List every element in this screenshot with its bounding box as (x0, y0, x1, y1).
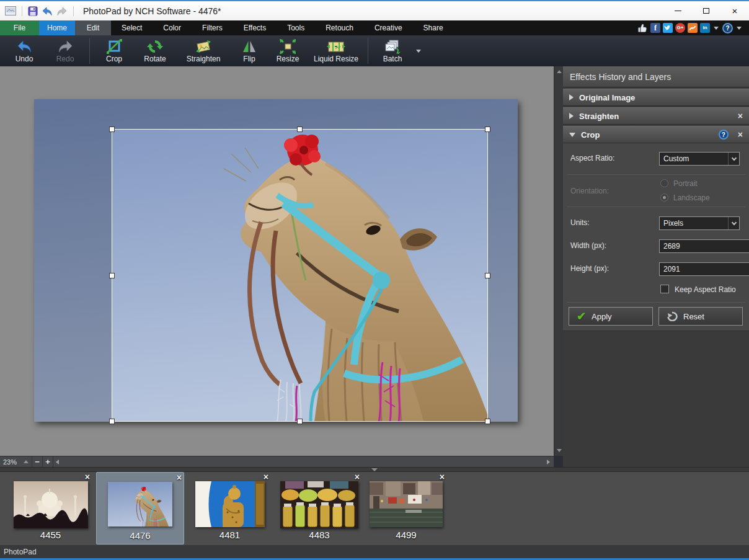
google-plus-icon[interactable]: G+ (675, 23, 685, 33)
help-icon[interactable]: ? (722, 23, 733, 33)
liquid-resize-button[interactable]: Liquid Resize (308, 37, 364, 65)
tab-file[interactable]: File (0, 20, 39, 35)
scroll-up-button[interactable] (554, 66, 564, 77)
crop-handle-se[interactable] (485, 419, 490, 424)
crop-handle-n[interactable] (297, 127, 303, 132)
redo-label: Redo (56, 55, 74, 63)
batch-dropdown-caret[interactable] (413, 37, 424, 65)
apply-button[interactable]: ✔ Apply (569, 307, 653, 326)
section-crop[interactable]: Crop ? × (563, 126, 749, 143)
scroll-down-button[interactable] (554, 445, 564, 456)
close-thumbnail-icon[interactable]: × (440, 473, 445, 481)
image-canvas[interactable] (0, 66, 554, 456)
facebook-icon[interactable]: f (650, 23, 660, 33)
photo-camel[interactable] (34, 99, 518, 422)
redo-button[interactable]: Redo (45, 37, 86, 65)
section-straighten[interactable]: Straighten × (563, 107, 749, 125)
thumbnail-splitter[interactable] (0, 467, 749, 472)
save-icon[interactable] (28, 6, 38, 16)
crop-handle-nw[interactable] (109, 127, 115, 132)
undo-button[interactable]: Undo (4, 37, 45, 65)
linkedin-icon[interactable]: in (700, 23, 710, 33)
liquid-resize-label: Liquid Resize (314, 55, 358, 63)
scroll-left-button[interactable] (56, 460, 59, 464)
vertical-scrollbar[interactable] (554, 66, 563, 456)
tab-retouch[interactable]: Retouch (315, 20, 364, 35)
section-label: Crop (581, 130, 600, 140)
aspect-ratio-label: Aspect Ratio: (570, 154, 614, 162)
tab-color[interactable]: Color (153, 20, 192, 35)
resize-icon (280, 39, 296, 54)
section-original-image[interactable]: Original Image (563, 89, 749, 106)
thumb-image-market (280, 481, 358, 528)
reset-button[interactable]: Reset (658, 307, 743, 326)
thumbnail-4499[interactable]: × 4499 (366, 472, 446, 544)
tab-creative[interactable]: Creative (364, 20, 413, 35)
quick-undo-icon[interactable] (42, 6, 53, 16)
horizontal-scrollbar[interactable] (53, 456, 554, 467)
crop-button[interactable]: Crop (94, 37, 135, 65)
thumb-image-river-ghats (370, 481, 443, 527)
close-thumbnail-icon[interactable]: × (264, 473, 268, 481)
maximize-button[interactable] (692, 1, 720, 20)
straighten-button[interactable]: Straighten (175, 37, 231, 65)
arrow-up-icon (557, 70, 562, 73)
tab-tools[interactable]: Tools (277, 20, 315, 35)
remove-straighten-icon[interactable]: × (738, 112, 743, 120)
help-caret-icon[interactable] (737, 27, 742, 30)
batch-button[interactable]: Batch (372, 37, 413, 65)
thumbnail-label: 4476 (97, 530, 184, 541)
nch-icon[interactable] (688, 23, 698, 33)
tab-effects[interactable]: Effects (233, 20, 277, 35)
scroll-right-button[interactable] (547, 460, 550, 464)
twitter-icon[interactable] (663, 23, 673, 33)
aspect-ratio-select[interactable]: Custom (659, 152, 740, 166)
app-icon (5, 6, 16, 16)
close-button[interactable]: × (720, 1, 749, 20)
units-select[interactable]: Pixels (659, 216, 740, 230)
portrait-radio[interactable] (660, 179, 668, 187)
remove-crop-icon[interactable]: × (738, 130, 743, 139)
thumbnail-4476-selected[interactable]: × 4476 (96, 472, 184, 544)
width-input[interactable] (659, 239, 749, 253)
height-input[interactable] (659, 262, 749, 276)
thumbnail-4455[interactable]: × 4455 (9, 472, 92, 544)
thumbnail-4483[interactable]: × 4483 (277, 472, 361, 544)
titlebar: PhotoPad by NCH Software - 4476* × (0, 0, 749, 20)
landscape-radio[interactable] (660, 193, 668, 202)
collapse-arrow-icon (569, 133, 575, 137)
crop-handle-w[interactable] (109, 273, 115, 278)
tab-edit[interactable]: Edit (75, 20, 111, 35)
zoom-level-dropdown[interactable]: 23% (0, 456, 32, 467)
straighten-label: Straighten (187, 55, 221, 63)
quick-redo-icon[interactable] (56, 6, 68, 16)
crop-handle-e[interactable] (485, 273, 490, 278)
social-more-caret-icon[interactable] (714, 27, 719, 30)
crop-handle-sw[interactable] (109, 419, 115, 424)
crop-handle-ne[interactable] (485, 127, 490, 132)
zoom-out-button[interactable]: − (32, 456, 43, 467)
crop-handle-s[interactable] (297, 419, 303, 424)
tab-home[interactable]: Home (39, 20, 75, 35)
close-thumbnail-icon[interactable]: × (355, 473, 360, 481)
close-thumbnail-icon[interactable]: × (177, 473, 182, 482)
close-thumbnail-icon[interactable]: × (85, 473, 90, 481)
width-label: Width (px): (570, 241, 606, 250)
reset-icon (667, 311, 678, 321)
maximize-icon (703, 8, 709, 14)
zoom-in-button[interactable]: + (43, 456, 53, 467)
resize-button[interactable]: Resize (267, 37, 308, 65)
flip-icon (241, 39, 257, 54)
keep-aspect-checkbox[interactable] (660, 285, 669, 293)
rotate-button[interactable]: Rotate (135, 37, 175, 65)
tab-filters[interactable]: Filters (192, 20, 233, 35)
crop-selection[interactable] (112, 129, 488, 422)
tab-share[interactable]: Share (413, 20, 454, 35)
like-icon[interactable] (637, 23, 648, 33)
thumbnail-4481[interactable]: × 4481 (189, 472, 270, 544)
minimize-button[interactable] (663, 1, 692, 20)
toolbar-separator (89, 38, 90, 64)
crop-help-icon[interactable]: ? (719, 130, 729, 140)
tab-select[interactable]: Select (111, 20, 153, 35)
flip-button[interactable]: Flip (231, 37, 267, 65)
